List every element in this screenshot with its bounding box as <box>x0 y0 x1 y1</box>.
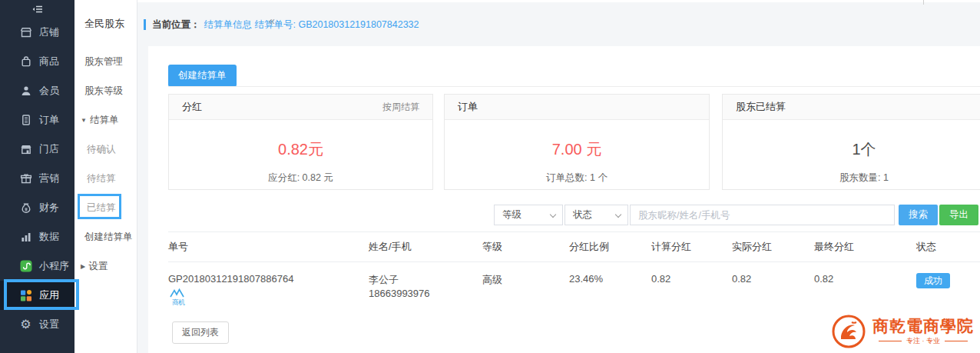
sidebar-item-miniprogram[interactable]: 小程序 <box>0 251 74 281</box>
card-title: 股东已结算 <box>736 100 786 114</box>
dragon-seal-icon <box>830 313 867 350</box>
caret-down-icon: ▼ <box>81 117 87 124</box>
cell-calc: 0.82 <box>651 273 732 285</box>
cell-final: 0.82 <box>814 273 916 285</box>
order-icon <box>19 114 32 127</box>
panel-collapse-button[interactable]: « <box>266 15 278 27</box>
brand-logo-icon: 商机 <box>168 287 363 309</box>
table-header-row: 单号 姓名/手机 等级 分红比例 计算分红 实际分红 最终分红 状态 <box>168 231 980 262</box>
orders-value: 7.00 元 <box>445 139 709 160</box>
member-icon <box>19 85 32 98</box>
orders-subtext: 订单总数: 1 个 <box>445 172 709 185</box>
dividend-value: 0.82元 <box>169 139 432 160</box>
sidebar-item-label: 商品 <box>39 55 59 68</box>
menu-item-pending-settle[interactable]: 待结算 <box>74 164 137 193</box>
shareholder-phone: 18663993976 <box>369 287 476 301</box>
card-title: 分红 <box>182 100 202 114</box>
orders-card: 订单 7.00 元 订单总数: 1 个 <box>444 94 710 190</box>
header-ratio: 分红比例 <box>569 240 651 254</box>
sidebar-item-label: 门店 <box>39 142 59 156</box>
sidebar-item-settings[interactable]: ⚙ 设置 <box>0 310 74 339</box>
header-name-phone: 姓名/手机 <box>369 240 482 254</box>
chevron-down-icon <box>615 211 621 218</box>
module-title: 全民股东 <box>74 0 137 47</box>
caret-right-icon: ▶ <box>81 263 85 270</box>
sidebar-item-goods[interactable]: 商品 <box>0 47 74 76</box>
status-select[interactable]: 状态 <box>564 205 628 225</box>
menu-item-settings[interactable]: ▶ 设置 <box>74 251 137 281</box>
sidebar-item-label: 营销 <box>39 172 59 185</box>
sidebar-item-finance[interactable]: 财务 <box>0 193 74 222</box>
settled-value: 1个 <box>723 139 980 160</box>
menu-item-pending-confirm[interactable]: 待确认 <box>74 135 137 164</box>
primary-sidebar: 店铺 商品 会员 订单 门店 <box>0 0 74 353</box>
create-settlement-button[interactable]: 创建结算单 <box>168 65 237 87</box>
menu-item-settlement-group[interactable]: ▼ 结算单 <box>74 105 137 135</box>
menu-item-settled[interactable]: 已结算 <box>74 193 137 222</box>
sidebar-collapse-button[interactable] <box>0 0 74 18</box>
apps-icon <box>19 289 32 302</box>
miniprogram-icon <box>19 260 32 273</box>
sidebar-item-label: 设置 <box>39 318 59 331</box>
cell-ratio: 23.46% <box>569 273 651 285</box>
window-artifact <box>923 0 924 5</box>
header-order-no: 单号 <box>168 240 369 254</box>
dividend-subtext: 应分红: 0.82 元 <box>169 172 432 185</box>
sidebar-item-label: 店铺 <box>39 25 59 39</box>
card-title: 订单 <box>458 100 478 114</box>
sidebar-item-orders[interactable]: 订单 <box>0 105 74 135</box>
content-panel: 创建结算单 分红 按周结算 0.82元 应分红: 0.82 元 订单 <box>148 46 980 353</box>
card-tag: 按周结算 <box>382 101 419 114</box>
sidebar-item-apps[interactable]: 应用 <box>0 281 74 310</box>
sidebar-item-label: 财务 <box>39 201 59 215</box>
secondary-sidebar: 全民股东 股东管理 股东等级 ▼ 结算单 待确认 待结算 已结算 创建结算单 ▶… <box>74 0 137 353</box>
back-to-list-button[interactable]: 返回列表 <box>172 321 229 344</box>
header-actual: 实际分红 <box>732 240 814 254</box>
header-calc: 计算分红 <box>651 240 732 254</box>
settled-subtext: 股东数量: 1 <box>723 172 980 185</box>
shop-icon <box>19 26 32 39</box>
order-number: GP20180312191807886764 <box>168 273 363 285</box>
breadcrumb-path[interactable]: 结算单信息 结算单号: GB20180312191807842332 <box>204 18 419 32</box>
level-select[interactable]: 等级 <box>494 205 563 225</box>
top-strip <box>137 0 980 2</box>
goods-icon <box>19 55 32 68</box>
settlement-table: 单号 姓名/手机 等级 分红比例 计算分红 实际分红 最终分红 状态 GP201… <box>168 231 980 318</box>
filter-bar: 等级 状态 搜索 导出 <box>494 205 980 225</box>
main-content: 当前位置： 结算单信息 结算单号: GB20180312191807842332… <box>137 0 980 353</box>
watermark-title: 商乾電商學院 <box>872 317 974 335</box>
watermark-subtitle: 专注 · 专业 <box>906 336 940 346</box>
store-icon <box>19 143 32 156</box>
header-final: 最终分红 <box>814 240 916 254</box>
cell-actual: 0.82 <box>732 273 814 285</box>
shareholder-name: 李公子 <box>369 273 476 287</box>
gear-icon: ⚙ <box>19 318 32 331</box>
menu-item-shareholder-level[interactable]: 股东等级 <box>74 76 137 105</box>
summary-cards: 分红 按周结算 0.82元 应分红: 0.82 元 订单 7.00 元 订单总数… <box>168 94 980 190</box>
export-button[interactable]: 导出 <box>939 205 978 225</box>
table-row[interactable]: GP20180312191807886764 商机 李公子 1866399397… <box>168 262 980 318</box>
sidebar-item-label: 小程序 <box>39 259 69 273</box>
breadcrumb: 当前位置： 结算单信息 结算单号: GB20180312191807842332 <box>144 18 419 31</box>
menu-item-create-settlement[interactable]: 创建结算单 <box>74 222 137 251</box>
decorative-line <box>945 341 968 341</box>
cell-level: 高级 <box>482 273 569 287</box>
sidebar-item-marketing[interactable]: 营销 <box>0 164 74 193</box>
sidebar-item-stores[interactable]: 门店 <box>0 135 74 164</box>
sidebar-item-label: 数据 <box>39 230 59 244</box>
sidebar-item-data[interactable]: 数据 <box>0 222 74 251</box>
settled-shareholders-card: 股东已结算 1个 股东数量: 1 <box>722 94 980 190</box>
watermark: 商乾電商學院 专注 · 专业 <box>830 313 974 350</box>
dividend-card: 分红 按周结算 0.82元 应分红: 0.82 元 <box>168 94 433 190</box>
menu-item-shareholder-manage[interactable]: 股东管理 <box>74 47 137 76</box>
search-button[interactable]: 搜索 <box>899 205 938 225</box>
sidebar-item-shop[interactable]: 店铺 <box>0 18 74 47</box>
sidebar-item-members[interactable]: 会员 <box>0 76 74 105</box>
header-level: 等级 <box>482 240 569 254</box>
divider <box>168 86 980 87</box>
finance-icon <box>19 201 32 215</box>
sidebar-item-label: 订单 <box>39 113 59 127</box>
search-input[interactable] <box>630 205 895 225</box>
chevron-down-icon <box>550 211 556 218</box>
sidebar-item-label: 会员 <box>39 84 59 98</box>
